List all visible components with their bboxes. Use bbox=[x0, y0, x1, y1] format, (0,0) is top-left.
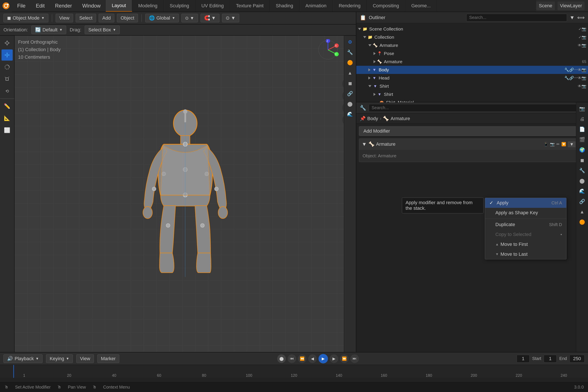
transform-orientation[interactable]: 🌐 Global ▼ bbox=[145, 14, 179, 22]
keyframe-indicator[interactable]: ⬤ bbox=[277, 354, 286, 363]
tree-item-collection[interactable]: 📁 Collection ✓ 📷 bbox=[356, 33, 588, 41]
end-frame-display[interactable]: 250 bbox=[570, 355, 584, 362]
prop-material-icon[interactable]: 🟠 bbox=[345, 58, 355, 68]
nav-gizmo[interactable]: X Y Z bbox=[317, 39, 339, 60]
render-icon[interactable]: 📷 bbox=[582, 27, 586, 32]
dropdown-apply-shape[interactable]: Apply as Shape Key bbox=[485, 208, 566, 218]
rotate-tool[interactable] bbox=[2, 62, 13, 73]
smooth-icon[interactable]: 〰 bbox=[574, 68, 578, 72]
tab-animation[interactable]: Animation bbox=[299, 0, 333, 12]
dropdown-move-first[interactable]: ▲ Move to First bbox=[485, 240, 566, 249]
keying-menu[interactable]: Keying ▼ bbox=[46, 354, 73, 363]
drag-selector[interactable]: Select Box ▼ bbox=[85, 26, 120, 34]
view-timeline-menu[interactable]: View bbox=[76, 354, 94, 363]
tree-item-armature-sub[interactable]: 🦴 Armature 65 bbox=[356, 58, 588, 66]
modifier-dropdown-btn[interactable]: ▼ bbox=[568, 142, 576, 147]
view-menu[interactable]: View bbox=[56, 14, 73, 22]
dropdown-duplicate[interactable]: Duplicate Shift D bbox=[485, 220, 566, 230]
prop-object-icon[interactable]: ◼ bbox=[345, 79, 355, 88]
filter-icon[interactable]: ▼ bbox=[570, 14, 575, 21]
prop-output-icon[interactable]: 🖨 bbox=[578, 114, 587, 124]
prop-data2-icon[interactable]: ▲ bbox=[578, 207, 587, 217]
scale-tool[interactable] bbox=[2, 74, 13, 85]
dropdown-move-last[interactable]: ▼ Move to Last bbox=[485, 249, 566, 259]
tree-item-scene-collection[interactable]: 📁 Scene Collection ✓ 📷 bbox=[356, 25, 588, 33]
smooth-icon[interactable]: 〰 bbox=[574, 76, 578, 80]
render-mod-icon[interactable]: 📷 bbox=[550, 142, 555, 146]
prop-material-icon[interactable]: 🟠 bbox=[578, 218, 587, 227]
prop-world-icon[interactable]: 🌍 bbox=[578, 145, 587, 155]
tree-item-shirt[interactable]: ▼ Shirt 👁 📷 bbox=[356, 82, 588, 90]
rig-icon[interactable]: 🔗 bbox=[569, 76, 574, 80]
visibility-icon[interactable]: 👁 bbox=[578, 76, 582, 80]
render-icon[interactable]: 📷 bbox=[582, 84, 586, 88]
prop-scene-icon[interactable]: 🎬 bbox=[578, 135, 587, 144]
object-menu[interactable]: Object bbox=[117, 14, 138, 22]
outliner-search[interactable] bbox=[466, 14, 567, 22]
select-menu[interactable]: Select bbox=[76, 14, 96, 22]
prop-particle-icon[interactable]: ⬤ bbox=[578, 176, 587, 186]
playback-menu[interactable]: 🔊 Playback ▼ bbox=[4, 354, 42, 363]
tree-item-head[interactable]: ▼ Head 🔧 🔗 〰 👁 📷 bbox=[356, 74, 588, 82]
dropdown-apply[interactable]: ✓ Apply Ctrl A bbox=[485, 198, 566, 208]
prop-modifier-icon[interactable]: 🔧 bbox=[345, 48, 355, 57]
visibility-icon[interactable]: 👁 bbox=[578, 43, 582, 48]
object-mode-selector[interactable]: ◼ Object Mode ▼ bbox=[4, 14, 48, 22]
render-icon[interactable]: 📷 bbox=[582, 76, 586, 80]
jump-end-btn[interactable]: ⏭ bbox=[350, 354, 359, 363]
tree-item-shirt-sub[interactable]: ▼ Shirt bbox=[356, 90, 588, 98]
tab-compositing[interactable]: Compositing bbox=[367, 0, 405, 12]
render-icon[interactable]: 📷 bbox=[582, 43, 586, 48]
pin-icon[interactable]: 📌 bbox=[360, 116, 366, 122]
visibility-icon[interactable]: 👁 bbox=[578, 84, 582, 88]
menu-file[interactable]: File bbox=[12, 0, 31, 12]
prop-scene-icon[interactable]: ⚙ bbox=[345, 38, 355, 47]
tab-texture-paint[interactable]: Texture Paint bbox=[230, 0, 270, 12]
prop-modifier-icon active[interactable]: 🔧 bbox=[578, 166, 587, 175]
start-frame-display[interactable]: 1 bbox=[544, 355, 556, 362]
visibility-icon[interactable]: ✓ bbox=[578, 35, 582, 40]
tree-item-pose[interactable]: 📍 Pose bbox=[356, 50, 588, 58]
tab-rendering[interactable]: Rendering bbox=[333, 0, 367, 12]
menu-render[interactable]: Render bbox=[50, 0, 77, 12]
realtime-icon[interactable]: 📱 bbox=[544, 142, 548, 146]
blender-logo[interactable] bbox=[0, 0, 12, 12]
prop-data-icon[interactable]: ▲ bbox=[345, 68, 355, 78]
menu-edit[interactable]: Edit bbox=[31, 0, 50, 12]
prop-particle-icon[interactable]: ⬤ bbox=[345, 99, 355, 109]
view-layer-selector[interactable]: ViewLayer bbox=[558, 2, 584, 10]
rig-icon[interactable]: 🔗 bbox=[569, 68, 574, 72]
tab-geometry[interactable]: Geome... bbox=[405, 0, 437, 12]
sort-icon[interactable]: ⟺ bbox=[577, 14, 584, 21]
fwd-frame-btn[interactable]: ▶ bbox=[330, 354, 338, 363]
tab-shading[interactable]: Shading bbox=[270, 0, 299, 12]
tab-uv-editing[interactable]: UV Editing bbox=[195, 0, 230, 12]
edit-icon[interactable]: ✏ bbox=[556, 142, 560, 146]
prop-constraint-icon[interactable]: 🔗 bbox=[578, 197, 587, 206]
move-tool[interactable] bbox=[2, 50, 13, 60]
cursor-tool[interactable] bbox=[2, 38, 13, 48]
tab-sculpting[interactable]: Sculpting bbox=[164, 0, 195, 12]
current-frame-display[interactable]: 1 bbox=[517, 355, 530, 362]
measure-tool[interactable]: 📐 bbox=[2, 112, 13, 124]
tree-item-body[interactable]: ▼ Body 🔧 🔗 〰 👁 📷 bbox=[356, 66, 588, 74]
step-back-btn[interactable]: ⏪ bbox=[298, 354, 306, 363]
pivot-point[interactable]: ⊙ ▼ bbox=[182, 14, 198, 22]
tab-layout[interactable]: Layout bbox=[106, 0, 132, 12]
tab-modeling[interactable]: Modeling bbox=[132, 0, 164, 12]
menu-window[interactable]: Window bbox=[77, 0, 106, 12]
orientation-selector[interactable]: 🔄 Default ▼ bbox=[32, 26, 66, 34]
prop-constraint-icon[interactable]: 🔗 bbox=[345, 89, 355, 98]
prop-view-layer-icon[interactable]: 📄 bbox=[578, 125, 587, 134]
add-cube-tool[interactable]: ⬜ bbox=[2, 125, 13, 136]
marker-menu[interactable]: Marker bbox=[97, 354, 119, 363]
render-icon[interactable]: 📷 bbox=[582, 68, 586, 72]
visibility-icon[interactable]: 👁 bbox=[578, 68, 582, 72]
add-menu[interactable]: Add bbox=[99, 14, 114, 22]
prop-render-icon[interactable]: 📷 bbox=[578, 104, 587, 114]
step-fwd-btn[interactable]: ⏩ bbox=[340, 354, 348, 363]
play-btn[interactable]: ▶ bbox=[318, 354, 328, 364]
timeline-ruler[interactable]: 1 20 40 60 80 100 120 140 160 180 200 22… bbox=[0, 365, 588, 378]
back-frame-btn[interactable]: ◀ bbox=[308, 354, 317, 363]
jump-start-btn[interactable]: ⏮ bbox=[288, 354, 296, 363]
